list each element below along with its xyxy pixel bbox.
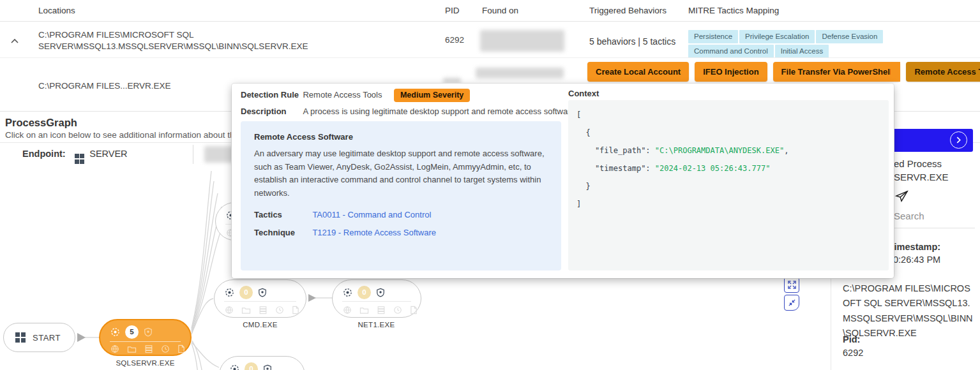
files-icon[interactable]: [359, 306, 369, 314]
shield-icon[interactable]: [258, 288, 267, 297]
registry-icon[interactable]: [144, 344, 153, 353]
chevron-right-icon[interactable]: [950, 131, 967, 149]
json-line: [: [577, 106, 880, 124]
json-line: "file_path": "C:\PROGRAMDATA\ANYDESK.EXE…: [577, 142, 880, 159]
windows-logo-icon: [15, 332, 26, 343]
node-net1-label: NET1.EXE: [333, 321, 419, 329]
graph-collapse-button[interactable]: [784, 295, 799, 311]
graph-expand-button[interactable]: [784, 277, 799, 293]
scheduled-task-icon[interactable]: [393, 306, 402, 314]
node-cmd[interactable]: 0: [214, 279, 306, 318]
alert-count-badge[interactable]: 0: [245, 362, 258, 370]
json-line: {: [577, 124, 880, 142]
network-icon[interactable]: [110, 344, 119, 353]
description-value: A process is using legitimate desktop su…: [303, 107, 577, 116]
context-json-viewer[interactable]: [ { "file_path": "C:\PROGRAMDATA\ANYDESK…: [568, 100, 889, 270]
detections-icon[interactable]: [110, 327, 120, 337]
technique-label: Technique: [254, 228, 310, 237]
node-net1[interactable]: 0: [332, 279, 421, 318]
json-line: }: [577, 177, 880, 195]
context-label: Context: [568, 89, 599, 98]
alert-count-badge[interactable]: 0: [239, 286, 253, 299]
document-icon[interactable]: [177, 344, 185, 353]
files-icon[interactable]: [127, 345, 137, 353]
mitre-info-text: An adversary may use legitimate desktop …: [254, 147, 553, 200]
json-line: "timestamp": "2024-02-13 05:26:43.777": [577, 159, 880, 177]
network-icon[interactable]: [343, 306, 352, 314]
scheduled-task-icon[interactable]: [275, 306, 284, 314]
description-label: Description: [241, 107, 300, 116]
node-sqlservr-label: SQLSERVR.EXE: [102, 359, 188, 367]
json-line: ]: [577, 195, 880, 213]
detections-icon[interactable]: [225, 288, 234, 297]
node-start-label: START: [33, 333, 61, 343]
node-sqlservr[interactable]: 5: [99, 319, 192, 356]
tactics-label: Tactics: [254, 210, 310, 219]
node-cmd-label: CMD.EXE: [217, 321, 303, 329]
mitre-info-title: Remote Access Software: [254, 132, 548, 142]
registry-icon[interactable]: [377, 306, 386, 314]
severity-badge: Medium Severity: [394, 89, 470, 102]
alert-count-badge[interactable]: 5: [125, 325, 139, 339]
mitre-info-box: Remote Access Software An adversary may …: [241, 121, 561, 270]
shield-icon[interactable]: [263, 364, 272, 370]
files-icon[interactable]: [241, 306, 251, 314]
scheduled-task-icon[interactable]: [161, 344, 170, 353]
technique-link[interactable]: T1219 - Remote Access Software: [312, 228, 436, 237]
document-icon[interactable]: [292, 306, 299, 314]
detections-icon[interactable]: [230, 364, 239, 370]
detection-rule-row: Detection Rule Remote Access Tools Mediu…: [241, 89, 470, 102]
detection-rule-label: Detection Rule: [241, 90, 300, 100]
alert-count-badge[interactable]: 0: [358, 286, 371, 299]
document-icon[interactable]: [410, 306, 418, 314]
network-icon[interactable]: [225, 306, 234, 314]
node-partial-bottom[interactable]: 0: [219, 356, 305, 370]
tactics-link[interactable]: TA0011 - Command and Control: [312, 210, 431, 219]
description-row: Description A process is using legitimat…: [241, 105, 577, 117]
node-start[interactable]: START: [3, 323, 75, 352]
shield-icon[interactable]: [144, 327, 153, 337]
detections-icon[interactable]: [343, 288, 352, 297]
detection-rule-value: Remote Access Tools: [303, 90, 382, 100]
registry-icon[interactable]: [259, 306, 268, 314]
shield-icon[interactable]: [376, 288, 385, 297]
app-root: Locations PID Found on Triggered Behavio…: [0, 0, 980, 370]
detection-detail-popup: Detection Rule Remote Access Tools Mediu…: [232, 84, 894, 278]
